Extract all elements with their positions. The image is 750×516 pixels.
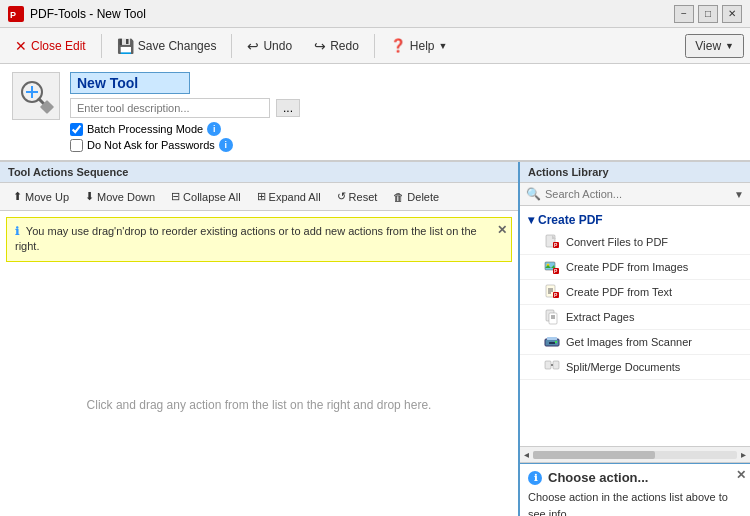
reset-button[interactable]: ↺ Reset	[330, 187, 385, 206]
left-panel: Tool Actions Sequence ⬆ Move Up ⬇ Move D…	[0, 162, 520, 516]
save-changes-label: Save Changes	[138, 39, 217, 53]
title-bar-left: P PDF-Tools - New Tool	[8, 6, 146, 22]
save-icon: 💾	[117, 38, 134, 54]
search-action-input[interactable]	[545, 188, 730, 200]
no-password-label: Do Not Ask for Passwords	[87, 139, 215, 151]
main-toolbar: ✕ Close Edit 💾 Save Changes ↩ Undo ↪ Red…	[0, 28, 750, 64]
close-button[interactable]: ✕	[722, 5, 742, 23]
right-panel-header: Actions Library	[520, 162, 750, 183]
batch-mode-row: Batch Processing Mode i	[70, 122, 738, 136]
delete-icon: 🗑	[393, 191, 404, 203]
view-button[interactable]: View ▼	[685, 34, 744, 58]
view-dropdown-icon: ▼	[725, 41, 734, 51]
help-dropdown-icon: ▼	[439, 41, 448, 51]
actions-tree: ▾ Create PDF P Convert Files to PDF	[520, 206, 750, 446]
window-title: PDF-Tools - New Tool	[30, 7, 146, 21]
batch-mode-checkbox[interactable]	[70, 123, 83, 136]
list-item[interactable]: Get Images from Scanner	[520, 330, 750, 355]
create-pdf-label: Create PDF	[538, 213, 603, 227]
save-changes-button[interactable]: 💾 Save Changes	[108, 34, 226, 58]
split-merge-icon	[544, 359, 560, 375]
no-password-row: Do Not Ask for Passwords i	[70, 138, 738, 152]
tree-collapse-icon: ▾	[528, 213, 534, 227]
batch-mode-info-icon[interactable]: i	[207, 122, 221, 136]
collapse-all-button[interactable]: ⊟ Collapse All	[164, 187, 247, 206]
svg-rect-25	[547, 337, 557, 340]
minimize-button[interactable]: −	[674, 5, 694, 23]
bottom-info-header: ℹ Choose action...	[528, 470, 742, 485]
tool-icon-box	[12, 72, 60, 120]
svg-text:P: P	[10, 10, 16, 20]
tool-header: New Tool ... Batch Processing Mode i Do …	[0, 64, 750, 161]
list-item[interactable]: P Create PDF from Images	[520, 255, 750, 280]
scroll-left-arrow[interactable]: ◂	[524, 449, 529, 460]
tool-description-input[interactable]	[70, 98, 270, 118]
undo-label: Undo	[263, 39, 292, 53]
list-item[interactable]: Split/Merge Documents	[520, 355, 750, 380]
undo-button[interactable]: ↩ Undo	[238, 34, 301, 58]
expand-icon: ⊞	[257, 190, 266, 203]
window-controls: − □ ✕	[674, 5, 742, 23]
scanner-icon	[544, 334, 560, 350]
delete-button[interactable]: 🗑 Delete	[386, 188, 446, 206]
close-edit-label: Close Edit	[31, 39, 86, 53]
tool-checkboxes: Batch Processing Mode i Do Not Ask for P…	[70, 122, 738, 152]
scroll-right-arrow[interactable]: ▸	[741, 449, 746, 460]
no-password-checkbox[interactable]	[70, 139, 83, 152]
tool-info: New Tool ... Batch Processing Mode i Do …	[70, 72, 738, 152]
info-banner-icon: ℹ	[15, 225, 19, 237]
move-up-label: Move Up	[25, 191, 69, 203]
expand-all-button[interactable]: ⊞ Expand All	[250, 187, 328, 206]
list-item[interactable]: Extract Pages	[520, 305, 750, 330]
redo-button[interactable]: ↪ Redo	[305, 34, 368, 58]
redo-label: Redo	[330, 39, 359, 53]
maximize-button[interactable]: □	[698, 5, 718, 23]
delete-label: Delete	[407, 191, 439, 203]
redo-icon: ↪	[314, 38, 326, 54]
left-panel-header: Tool Actions Sequence	[0, 162, 518, 183]
tool-desc-extra-button[interactable]: ...	[276, 99, 300, 117]
move-up-button[interactable]: ⬆ Move Up	[6, 187, 76, 206]
right-panel-top: Actions Library 🔍 ▼ ▾ Create PDF P	[520, 162, 750, 463]
svg-rect-29	[553, 361, 559, 369]
main-area: Tool Actions Sequence ⬆ Move Up ⬇ Move D…	[0, 161, 750, 516]
move-down-button[interactable]: ⬇ Move Down	[78, 187, 162, 206]
tool-name-display[interactable]: New Tool	[70, 72, 190, 94]
reset-label: Reset	[349, 191, 378, 203]
horizontal-scrollbar: ◂ ▸	[520, 446, 750, 462]
undo-icon: ↩	[247, 38, 259, 54]
tool-desc-row: ...	[70, 98, 738, 118]
toolbar-sep-1	[101, 34, 102, 58]
help-button[interactable]: ❓ Help ▼	[381, 34, 457, 57]
create-pdf-group[interactable]: ▾ Create PDF	[520, 210, 750, 230]
tool-icon	[18, 78, 54, 114]
no-password-info-icon[interactable]: i	[219, 138, 233, 152]
view-label: View	[695, 39, 721, 53]
actions-toolbar: ⬆ Move Up ⬇ Move Down ⊟ Collapse All ⊞ E…	[0, 183, 518, 211]
svg-point-27	[555, 341, 557, 343]
toolbar-sep-3	[374, 34, 375, 58]
collapse-all-label: Collapse All	[183, 191, 240, 203]
info-banner-text: You may use drag'n'drop to reorder exist…	[15, 225, 477, 252]
close-edit-icon: ✕	[15, 38, 27, 54]
list-item[interactable]: P Convert Files to PDF	[520, 230, 750, 255]
drop-area: Click and drag any action from the list …	[0, 268, 518, 516]
help-label: Help	[410, 39, 435, 53]
move-down-label: Move Down	[97, 191, 155, 203]
close-edit-button[interactable]: ✕ Close Edit	[6, 34, 95, 58]
bottom-info-icon: ℹ	[528, 471, 542, 485]
move-down-icon: ⬇	[85, 190, 94, 203]
info-banner-close[interactable]: ✕	[497, 222, 507, 239]
list-item[interactable]: P Create PDF from Text	[520, 280, 750, 305]
collapse-icon: ⊟	[171, 190, 180, 203]
svg-rect-28	[545, 361, 551, 369]
bottom-info-close-button[interactable]: ✕	[736, 468, 746, 482]
svg-rect-26	[549, 342, 555, 344]
search-dropdown-icon[interactable]: ▼	[734, 189, 744, 200]
create-from-text-icon: P	[544, 284, 560, 300]
extract-pages-icon	[544, 309, 560, 325]
search-row: 🔍 ▼	[520, 183, 750, 206]
title-bar: P PDF-Tools - New Tool − □ ✕	[0, 0, 750, 28]
bottom-info-text: Choose action in the actions list above …	[528, 489, 742, 516]
bottom-info-panel: ✕ ℹ Choose action... Choose action in th…	[520, 463, 750, 516]
